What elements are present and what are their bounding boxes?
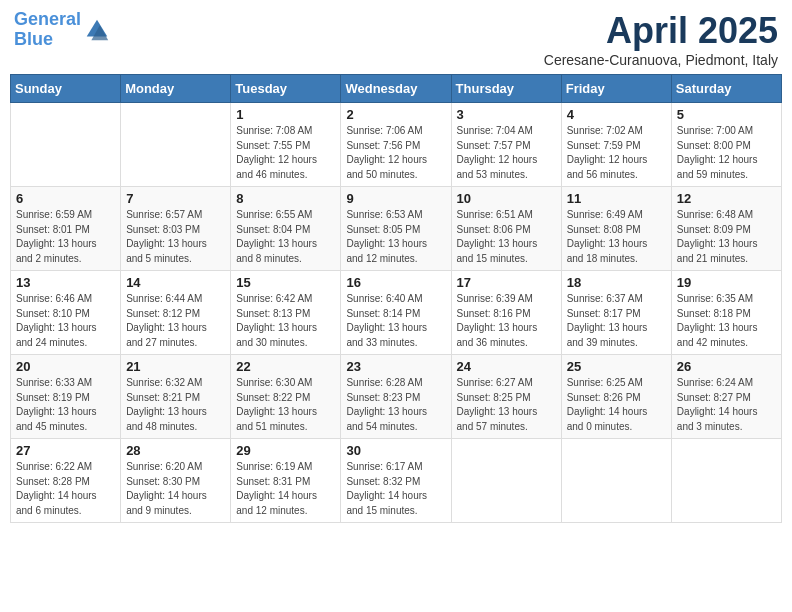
day-info: Sunrise: 6:32 AM Sunset: 8:21 PM Dayligh… bbox=[126, 376, 225, 434]
day-number: 14 bbox=[126, 275, 225, 290]
day-number: 6 bbox=[16, 191, 115, 206]
calendar-cell: 13Sunrise: 6:46 AM Sunset: 8:10 PM Dayli… bbox=[11, 271, 121, 355]
day-info: Sunrise: 7:00 AM Sunset: 8:00 PM Dayligh… bbox=[677, 124, 776, 182]
calendar-cell: 4Sunrise: 7:02 AM Sunset: 7:59 PM Daylig… bbox=[561, 103, 671, 187]
calendar-cell: 7Sunrise: 6:57 AM Sunset: 8:03 PM Daylig… bbox=[121, 187, 231, 271]
day-number: 21 bbox=[126, 359, 225, 374]
day-info: Sunrise: 6:48 AM Sunset: 8:09 PM Dayligh… bbox=[677, 208, 776, 266]
calendar-cell: 17Sunrise: 6:39 AM Sunset: 8:16 PM Dayli… bbox=[451, 271, 561, 355]
logo-text: General Blue bbox=[14, 10, 81, 50]
calendar-cell bbox=[11, 103, 121, 187]
weekday-header-saturday: Saturday bbox=[671, 75, 781, 103]
calendar-cell: 10Sunrise: 6:51 AM Sunset: 8:06 PM Dayli… bbox=[451, 187, 561, 271]
calendar-week-5: 27Sunrise: 6:22 AM Sunset: 8:28 PM Dayli… bbox=[11, 439, 782, 523]
calendar-cell: 8Sunrise: 6:55 AM Sunset: 8:04 PM Daylig… bbox=[231, 187, 341, 271]
day-number: 17 bbox=[457, 275, 556, 290]
day-number: 24 bbox=[457, 359, 556, 374]
day-info: Sunrise: 6:53 AM Sunset: 8:05 PM Dayligh… bbox=[346, 208, 445, 266]
calendar-cell: 22Sunrise: 6:30 AM Sunset: 8:22 PM Dayli… bbox=[231, 355, 341, 439]
day-number: 11 bbox=[567, 191, 666, 206]
day-info: Sunrise: 7:08 AM Sunset: 7:55 PM Dayligh… bbox=[236, 124, 335, 182]
calendar-cell: 25Sunrise: 6:25 AM Sunset: 8:26 PM Dayli… bbox=[561, 355, 671, 439]
weekday-header-sunday: Sunday bbox=[11, 75, 121, 103]
day-info: Sunrise: 6:30 AM Sunset: 8:22 PM Dayligh… bbox=[236, 376, 335, 434]
day-info: Sunrise: 6:22 AM Sunset: 8:28 PM Dayligh… bbox=[16, 460, 115, 518]
day-number: 4 bbox=[567, 107, 666, 122]
day-info: Sunrise: 6:19 AM Sunset: 8:31 PM Dayligh… bbox=[236, 460, 335, 518]
calendar-cell bbox=[671, 439, 781, 523]
day-number: 27 bbox=[16, 443, 115, 458]
title-block: April 2025 Ceresane-Curanuova, Piedmont,… bbox=[544, 10, 778, 68]
weekday-header-friday: Friday bbox=[561, 75, 671, 103]
calendar-week-1: 1Sunrise: 7:08 AM Sunset: 7:55 PM Daylig… bbox=[11, 103, 782, 187]
day-info: Sunrise: 6:17 AM Sunset: 8:32 PM Dayligh… bbox=[346, 460, 445, 518]
day-number: 9 bbox=[346, 191, 445, 206]
day-number: 16 bbox=[346, 275, 445, 290]
day-info: Sunrise: 6:49 AM Sunset: 8:08 PM Dayligh… bbox=[567, 208, 666, 266]
day-number: 25 bbox=[567, 359, 666, 374]
day-number: 18 bbox=[567, 275, 666, 290]
weekday-header-row: SundayMondayTuesdayWednesdayThursdayFrid… bbox=[11, 75, 782, 103]
calendar-cell: 19Sunrise: 6:35 AM Sunset: 8:18 PM Dayli… bbox=[671, 271, 781, 355]
day-info: Sunrise: 6:39 AM Sunset: 8:16 PM Dayligh… bbox=[457, 292, 556, 350]
day-info: Sunrise: 6:46 AM Sunset: 8:10 PM Dayligh… bbox=[16, 292, 115, 350]
day-info: Sunrise: 6:55 AM Sunset: 8:04 PM Dayligh… bbox=[236, 208, 335, 266]
day-number: 19 bbox=[677, 275, 776, 290]
calendar-week-3: 13Sunrise: 6:46 AM Sunset: 8:10 PM Dayli… bbox=[11, 271, 782, 355]
day-number: 28 bbox=[126, 443, 225, 458]
calendar-week-4: 20Sunrise: 6:33 AM Sunset: 8:19 PM Dayli… bbox=[11, 355, 782, 439]
calendar-week-2: 6Sunrise: 6:59 AM Sunset: 8:01 PM Daylig… bbox=[11, 187, 782, 271]
calendar-cell: 20Sunrise: 6:33 AM Sunset: 8:19 PM Dayli… bbox=[11, 355, 121, 439]
calendar-cell: 14Sunrise: 6:44 AM Sunset: 8:12 PM Dayli… bbox=[121, 271, 231, 355]
calendar-cell: 9Sunrise: 6:53 AM Sunset: 8:05 PM Daylig… bbox=[341, 187, 451, 271]
page-header: General Blue April 2025 Ceresane-Curanuo… bbox=[10, 10, 782, 68]
day-info: Sunrise: 6:51 AM Sunset: 8:06 PM Dayligh… bbox=[457, 208, 556, 266]
day-info: Sunrise: 7:02 AM Sunset: 7:59 PM Dayligh… bbox=[567, 124, 666, 182]
weekday-header-monday: Monday bbox=[121, 75, 231, 103]
calendar-cell: 29Sunrise: 6:19 AM Sunset: 8:31 PM Dayli… bbox=[231, 439, 341, 523]
day-number: 3 bbox=[457, 107, 556, 122]
calendar-cell: 1Sunrise: 7:08 AM Sunset: 7:55 PM Daylig… bbox=[231, 103, 341, 187]
day-number: 1 bbox=[236, 107, 335, 122]
day-number: 10 bbox=[457, 191, 556, 206]
calendar-cell: 23Sunrise: 6:28 AM Sunset: 8:23 PM Dayli… bbox=[341, 355, 451, 439]
day-number: 5 bbox=[677, 107, 776, 122]
calendar-cell: 3Sunrise: 7:04 AM Sunset: 7:57 PM Daylig… bbox=[451, 103, 561, 187]
day-info: Sunrise: 6:33 AM Sunset: 8:19 PM Dayligh… bbox=[16, 376, 115, 434]
day-number: 15 bbox=[236, 275, 335, 290]
weekday-header-thursday: Thursday bbox=[451, 75, 561, 103]
calendar-cell: 11Sunrise: 6:49 AM Sunset: 8:08 PM Dayli… bbox=[561, 187, 671, 271]
calendar-cell: 30Sunrise: 6:17 AM Sunset: 8:32 PM Dayli… bbox=[341, 439, 451, 523]
day-info: Sunrise: 7:04 AM Sunset: 7:57 PM Dayligh… bbox=[457, 124, 556, 182]
day-info: Sunrise: 7:06 AM Sunset: 7:56 PM Dayligh… bbox=[346, 124, 445, 182]
logo-icon bbox=[83, 16, 111, 44]
day-number: 30 bbox=[346, 443, 445, 458]
calendar-table: SundayMondayTuesdayWednesdayThursdayFrid… bbox=[10, 74, 782, 523]
day-info: Sunrise: 6:57 AM Sunset: 8:03 PM Dayligh… bbox=[126, 208, 225, 266]
day-info: Sunrise: 6:40 AM Sunset: 8:14 PM Dayligh… bbox=[346, 292, 445, 350]
calendar-cell: 6Sunrise: 6:59 AM Sunset: 8:01 PM Daylig… bbox=[11, 187, 121, 271]
month-title: April 2025 bbox=[544, 10, 778, 52]
day-number: 13 bbox=[16, 275, 115, 290]
day-info: Sunrise: 6:27 AM Sunset: 8:25 PM Dayligh… bbox=[457, 376, 556, 434]
day-number: 29 bbox=[236, 443, 335, 458]
calendar-cell bbox=[121, 103, 231, 187]
calendar-cell: 27Sunrise: 6:22 AM Sunset: 8:28 PM Dayli… bbox=[11, 439, 121, 523]
weekday-header-wednesday: Wednesday bbox=[341, 75, 451, 103]
day-info: Sunrise: 6:37 AM Sunset: 8:17 PM Dayligh… bbox=[567, 292, 666, 350]
day-number: 7 bbox=[126, 191, 225, 206]
weekday-header-tuesday: Tuesday bbox=[231, 75, 341, 103]
day-number: 12 bbox=[677, 191, 776, 206]
day-number: 22 bbox=[236, 359, 335, 374]
calendar-cell: 15Sunrise: 6:42 AM Sunset: 8:13 PM Dayli… bbox=[231, 271, 341, 355]
calendar-cell: 26Sunrise: 6:24 AM Sunset: 8:27 PM Dayli… bbox=[671, 355, 781, 439]
calendar-cell: 12Sunrise: 6:48 AM Sunset: 8:09 PM Dayli… bbox=[671, 187, 781, 271]
calendar-cell bbox=[451, 439, 561, 523]
day-info: Sunrise: 6:42 AM Sunset: 8:13 PM Dayligh… bbox=[236, 292, 335, 350]
day-info: Sunrise: 6:20 AM Sunset: 8:30 PM Dayligh… bbox=[126, 460, 225, 518]
day-number: 20 bbox=[16, 359, 115, 374]
day-number: 26 bbox=[677, 359, 776, 374]
day-info: Sunrise: 6:28 AM Sunset: 8:23 PM Dayligh… bbox=[346, 376, 445, 434]
calendar-cell: 24Sunrise: 6:27 AM Sunset: 8:25 PM Dayli… bbox=[451, 355, 561, 439]
calendar-cell: 2Sunrise: 7:06 AM Sunset: 7:56 PM Daylig… bbox=[341, 103, 451, 187]
